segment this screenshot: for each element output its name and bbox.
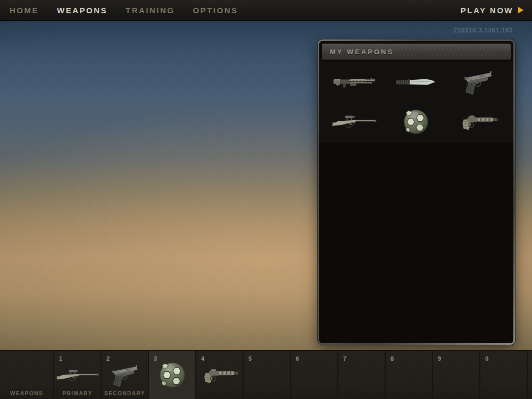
slot-number: 0 bbox=[485, 355, 488, 362]
weapon-slot-2[interactable]: 2 SECONDARY bbox=[101, 351, 148, 399]
slot-number: 8 bbox=[390, 355, 394, 362]
weapon-item-combat-knife[interactable] bbox=[396, 76, 436, 88]
slot-number: 7 bbox=[343, 355, 346, 362]
weapon-item-sniper-rifle[interactable] bbox=[331, 112, 377, 131]
panel-empty-area bbox=[319, 142, 513, 343]
weapon-slot-0[interactable]: 0 bbox=[479, 351, 527, 399]
soccer-ball-icon bbox=[159, 361, 186, 389]
nav-item-weapons[interactable]: WEAPONS bbox=[57, 6, 107, 15]
nav-item-training[interactable]: TRAINING bbox=[126, 6, 175, 15]
slot-number: 9 bbox=[438, 355, 441, 362]
weapon-item-soccer-ball[interactable] bbox=[403, 109, 429, 135]
pistol-icon bbox=[110, 361, 140, 389]
slot-number: 4 bbox=[201, 355, 204, 362]
my-weapons-panel-inner: MY WEAPONS bbox=[319, 41, 513, 343]
tranquilizer-gun-icon bbox=[200, 365, 240, 385]
nav-item-options[interactable]: OPTIONS bbox=[193, 6, 238, 15]
my-weapons-title: MY WEAPONS bbox=[330, 48, 394, 56]
slot-label-secondary: SECONDARY bbox=[102, 390, 148, 396]
weapon-slot-3[interactable]: 3 bbox=[148, 351, 195, 399]
play-now-label: PLAY NOW bbox=[461, 6, 513, 15]
weapon-item-shotgun[interactable] bbox=[332, 74, 376, 90]
my-weapons-header: MY WEAPONS bbox=[322, 44, 511, 60]
slot-number: 3 bbox=[154, 355, 157, 362]
tranquilizer-gun-icon bbox=[458, 112, 499, 131]
combat-knife-icon bbox=[396, 76, 436, 88]
slot-number: 1 bbox=[59, 355, 62, 362]
top-nav-bar: HOME WEAPONS TRAINING OPTIONS PLAY NOW bbox=[0, 0, 532, 21]
weapon-item-tranquilizer-gun[interactable] bbox=[458, 112, 499, 131]
weapon-slot-7[interactable]: 7 bbox=[337, 351, 385, 399]
slot-category-label: WEAPONS bbox=[0, 390, 53, 396]
version-text: 218318.3.1461.193 bbox=[453, 27, 513, 34]
shotgun-icon bbox=[332, 74, 376, 90]
slot-label-primary: PRIMARY bbox=[54, 390, 101, 396]
weapon-slot-bar: WEAPONS 1 PRIMARY 2 SECONDARY 3 4 5 6 7 … bbox=[0, 350, 532, 399]
weapon-item-pistol[interactable] bbox=[462, 66, 495, 97]
my-weapons-panel: MY WEAPONS bbox=[318, 39, 515, 345]
weapon-slot-5[interactable]: 5 bbox=[243, 351, 290, 399]
nav-items: HOME WEAPONS TRAINING OPTIONS bbox=[0, 6, 238, 15]
slot-bar-filler bbox=[527, 351, 532, 399]
pistol-icon bbox=[462, 66, 495, 97]
slot-number: 6 bbox=[296, 355, 299, 362]
soccer-ball-icon bbox=[403, 109, 429, 135]
slot-category-cell: WEAPONS bbox=[0, 351, 53, 399]
weapon-slot-6[interactable]: 6 bbox=[290, 351, 337, 399]
slot-number: 2 bbox=[106, 355, 110, 362]
play-triangle-icon bbox=[518, 7, 523, 13]
slot-number: 5 bbox=[248, 355, 252, 362]
sniper-rifle-icon bbox=[331, 112, 377, 131]
sniper-rifle-icon bbox=[56, 366, 99, 385]
weapon-slot-4[interactable]: 4 bbox=[195, 351, 243, 399]
weapon-slot-1[interactable]: 1 PRIMARY bbox=[53, 351, 101, 399]
play-now-button[interactable]: PLAY NOW bbox=[461, 6, 532, 15]
weapon-slot-8[interactable]: 8 bbox=[385, 351, 432, 399]
my-weapons-grid bbox=[319, 62, 513, 142]
weapon-slot-9[interactable]: 9 bbox=[432, 351, 479, 399]
nav-item-home[interactable]: HOME bbox=[10, 6, 39, 15]
